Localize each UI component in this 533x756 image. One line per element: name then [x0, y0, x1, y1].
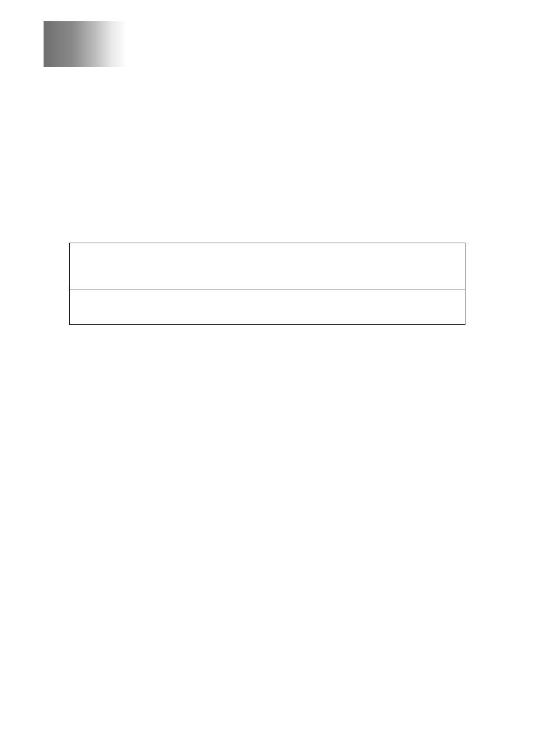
- table-row: [70, 290, 465, 324]
- table-container: [69, 243, 465, 325]
- table-row: [70, 243, 465, 290]
- gradient-decorative-box: [44, 21, 126, 67]
